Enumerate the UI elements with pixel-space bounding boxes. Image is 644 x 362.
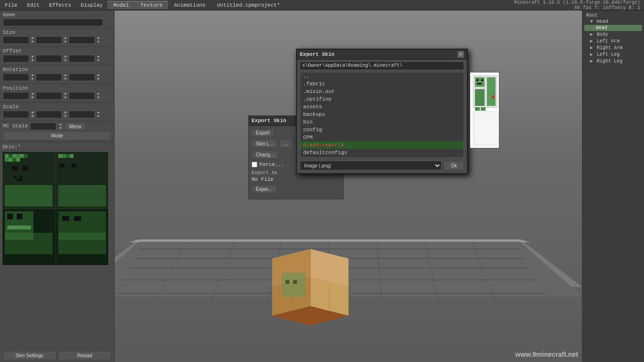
rotation-x-spinner[interactable]: ▲ ▼ (30, 73, 35, 81)
offset-y-down[interactable]: ▼ (63, 59, 68, 62)
file-item[interactable]: .mixin.out (300, 88, 464, 95)
tab-texture[interactable]: Texture (135, 1, 168, 9)
menu-display[interactable]: Display (76, 1, 107, 9)
offset-x[interactable]: 0.00 (3, 55, 29, 62)
file-item[interactable]: CPM (300, 134, 464, 141)
position-y[interactable]: 0.00 (36, 92, 62, 100)
rotation-y-down[interactable]: ▼ (63, 77, 68, 81)
pos-z-down[interactable]: ▼ (96, 96, 101, 100)
file-title-bar[interactable]: Export Skin x (297, 50, 467, 60)
rotation-x-up[interactable]: ▲ (30, 73, 35, 77)
change-button[interactable]: Chang... (252, 151, 278, 159)
size-z[interactable]: 0.0 (69, 36, 95, 44)
scale-y-up[interactable]: ▲ (63, 111, 68, 114)
size-z-up[interactable]: ▲ (96, 36, 101, 40)
offset-z-spinner[interactable]: ▲ ▼ (96, 55, 101, 62)
scale-z[interactable]: 0.00 (69, 111, 95, 118)
export-button[interactable]: Export (252, 129, 274, 137)
size-y-up[interactable]: ▲ (63, 36, 68, 40)
pos-y-up[interactable]: ▲ (63, 92, 68, 96)
rotation-y[interactable]: 0.00 (36, 73, 62, 81)
tree-root[interactable]: Root (584, 12, 642, 19)
tree-head-parent[interactable]: ▼ Head (584, 19, 642, 25)
scale-z-down[interactable]: ▼ (96, 114, 101, 118)
parent-dir-item[interactable]: .. (300, 72, 464, 80)
tab-model[interactable]: Model (107, 1, 135, 9)
offset-y-spinner[interactable]: ▲ ▼ (63, 55, 68, 62)
tree-right-arm[interactable]: ▶ Right Arm (584, 44, 642, 51)
file-ok-button[interactable]: Ok (443, 161, 464, 170)
skin-layer-button[interactable]: Skin L... (252, 140, 277, 148)
size-y-spinner[interactable]: ▲ ▼ (63, 36, 68, 44)
file-type-select[interactable]: Image (.png) (300, 161, 442, 170)
skin-layer-browse[interactable]: ... (279, 140, 292, 148)
rotation-y-spinner[interactable]: ▲ ▼ (63, 73, 68, 81)
tab-animations[interactable]: Animations (168, 1, 211, 9)
offset-x-up[interactable]: ▲ (30, 55, 35, 59)
menu-file[interactable]: File (0, 1, 22, 9)
offset-z[interactable]: 0.00 (69, 55, 95, 62)
size-x-up[interactable]: ▲ (30, 36, 35, 40)
rotation-z-down[interactable]: ▼ (96, 77, 101, 81)
scale-z-up[interactable]: ▲ (96, 111, 101, 114)
mode-button[interactable]: Mode (3, 131, 111, 140)
size-y-down[interactable]: ▼ (63, 40, 68, 44)
tree-right-leg[interactable]: ▶ Right Leg (584, 58, 642, 64)
scale-y[interactable]: 0.00 (36, 111, 62, 118)
size-x-spinner[interactable]: ▲ ▼ (30, 36, 35, 44)
scale-y-down[interactable]: ▼ (63, 114, 68, 118)
file-item[interactable]: assets (300, 103, 464, 111)
file-item[interactable]: crash-reports (300, 141, 464, 149)
tree-left-arm[interactable]: ▶ Left Arm (584, 38, 642, 44)
pos-z-up[interactable]: ▲ (96, 92, 101, 96)
mirror-button[interactable]: Mirror (65, 123, 86, 130)
rotation-x-down[interactable]: ▼ (30, 77, 35, 81)
offset-y-up[interactable]: ▲ (63, 55, 68, 59)
file-item[interactable]: config (300, 126, 464, 134)
tree-left-leg[interactable]: ▶ Left Leg (584, 51, 642, 58)
size-y[interactable]: 0.0 (36, 36, 62, 44)
offset-x-down[interactable]: ▼ (30, 59, 35, 62)
offset-z-up[interactable]: ▲ (96, 55, 101, 59)
reload-button[interactable]: Reload (58, 351, 112, 360)
file-item[interactable]: bin (300, 118, 464, 126)
scale-x-down[interactable]: ▼ (30, 114, 35, 118)
pos-z-spinner[interactable]: ▲ ▼ (96, 92, 101, 100)
size-z-spinner[interactable]: ▲ ▼ (96, 36, 101, 44)
file-item[interactable]: backups (300, 111, 464, 118)
position-z[interactable]: 0.00 (69, 92, 95, 100)
scale-x-up[interactable]: ▲ (30, 111, 35, 114)
mc-scale-spinner[interactable]: ▲ ▼ (58, 123, 63, 130)
name-input[interactable] (3, 19, 103, 26)
position-x[interactable]: 0.00 (3, 92, 29, 100)
offset-x-spinner[interactable]: ▲ ▼ (30, 55, 35, 62)
file-list[interactable]: .. .fabric.mixin.out.optifineassetsbacku… (300, 72, 464, 158)
rotation-x[interactable]: 0.00 (3, 73, 29, 81)
tree-body[interactable]: ▶ Body (584, 31, 642, 38)
mc-scale-input[interactable]: 0.000 (30, 123, 56, 130)
file-item[interactable]: .fabric (300, 80, 464, 88)
rotation-z[interactable]: 0.00 (69, 73, 95, 81)
file-item[interactable]: .optifine (300, 95, 464, 103)
rotation-y-up[interactable]: ▲ (63, 73, 68, 77)
scale-z-spinner[interactable]: ▲ ▼ (96, 111, 101, 118)
file-path-bar[interactable]: s\Owner\AppData\Roaming\.minecraft\ (300, 62, 464, 70)
file-item[interactable]: dumps (300, 156, 464, 158)
export-bottom-button[interactable]: Expor... (252, 185, 276, 193)
pos-x-spinner[interactable]: ▲ ▼ (30, 92, 35, 100)
tree-head-child[interactable]: Head (584, 25, 642, 31)
file-dialog-close[interactable]: x (457, 51, 464, 58)
scale-x[interactable]: 0.00 (3, 111, 29, 118)
file-item[interactable]: defaultconfigs (300, 149, 464, 156)
size-x-down[interactable]: ▼ (30, 40, 35, 44)
rotation-z-spinner[interactable]: ▲ ▼ (96, 73, 101, 81)
menu-edit[interactable]: Edit (22, 1, 44, 9)
pos-x-up[interactable]: ▲ (30, 92, 35, 96)
mc-scale-down[interactable]: ▼ (58, 126, 63, 130)
scale-x-spinner[interactable]: ▲ ▼ (30, 111, 35, 118)
mc-scale-up[interactable]: ▲ (58, 123, 63, 126)
size-x[interactable]: 0.0 (3, 36, 29, 44)
pos-x-down[interactable]: ▼ (30, 96, 35, 100)
force-checkbox[interactable] (252, 162, 257, 167)
pos-y-down[interactable]: ▼ (63, 96, 68, 100)
